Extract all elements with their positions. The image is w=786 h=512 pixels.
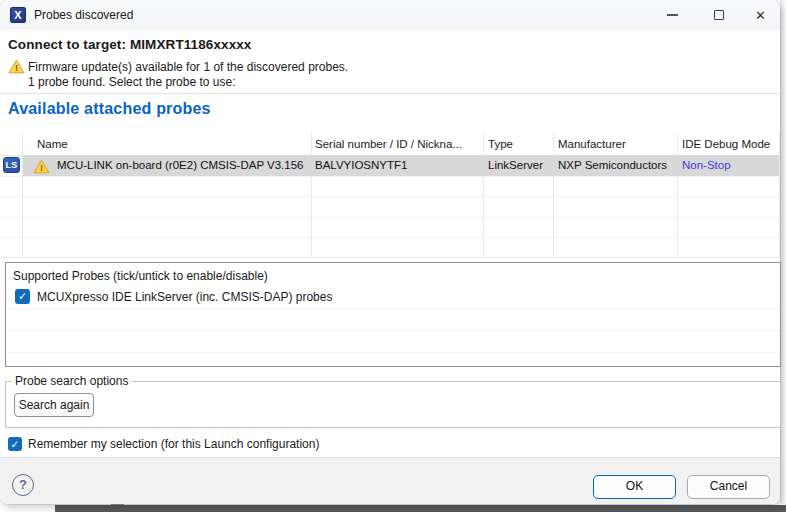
remember-selection-label: Remember my selection (for this Launch c…	[28, 437, 319, 451]
linkserver-probes-checkbox[interactable]: ✓	[15, 289, 30, 304]
probes-discovered-dialog: X Probes discovered ✕ Connect to target:…	[0, 0, 780, 504]
linkserver-probes-label: MCUXpresso IDE LinkServer (inc. CMSIS-DA…	[37, 290, 332, 304]
probes-table: Name Serial number / ID / Nickna... Type…	[0, 133, 780, 258]
search-again-button[interactable]: Search again	[14, 393, 94, 417]
background-window-edge	[55, 505, 786, 512]
probe-search-options-legend: Probe search options	[12, 374, 131, 388]
cancel-button[interactable]: Cancel	[687, 475, 770, 499]
close-icon: ✕	[755, 9, 766, 22]
probe-found-text: 1 probe found. Select the probe to use:	[28, 75, 235, 89]
maximize-button[interactable]	[699, 0, 739, 30]
probe-search-options-group: Probe search options Search again	[5, 381, 781, 428]
row-divider	[0, 217, 780, 218]
svg-text:!: !	[40, 162, 43, 173]
table-bottom-divider	[0, 257, 780, 258]
column-header-serial[interactable]: Serial number / ID / Nickna...	[315, 133, 462, 155]
firmware-warning-text: Firmware update(s) available for 1 of th…	[28, 60, 348, 74]
close-button[interactable]: ✕	[741, 0, 780, 30]
column-header-manufacturer[interactable]: Manufacturer	[558, 133, 626, 155]
remember-selection-checkbox[interactable]: ✓	[8, 437, 22, 451]
probe-name-cell: MCU-LINK on-board (r0E2) CMSIS-DAP V3.15…	[57, 155, 304, 176]
column-header-name[interactable]: Name	[37, 133, 68, 155]
supported-probes-title: Supported Probes (tick/untick to enable/…	[13, 269, 268, 283]
probe-manufacturer-cell: NXP Semiconductors	[558, 155, 667, 176]
column-header-ide-debug-mode[interactable]: IDE Debug Mode	[682, 133, 770, 155]
help-button[interactable]: ?	[12, 474, 34, 496]
probe-type-cell: LinkServer	[488, 155, 543, 176]
supported-probes-box: Supported Probes (tick/untick to enable/…	[5, 262, 781, 367]
probe-serial-cell: BALVYIOSNYTF1	[315, 155, 407, 176]
maximize-icon	[714, 10, 724, 20]
minimize-button[interactable]	[652, 0, 692, 30]
row-divider	[0, 176, 780, 177]
ok-button[interactable]: OK	[593, 475, 676, 499]
linkserver-probe-icon: LS	[3, 157, 20, 173]
row-divider	[0, 196, 780, 197]
window-title: Probes discovered	[34, 8, 133, 22]
ide-debug-mode-cell[interactable]: Non-Stop	[682, 155, 731, 176]
list-divider	[7, 330, 779, 331]
footer-bar: ? OK Cancel	[0, 457, 780, 504]
warning-icon: !	[8, 59, 25, 74]
dialog-shadow	[780, 0, 786, 504]
titlebar: X Probes discovered ✕	[0, 0, 780, 30]
list-divider	[7, 352, 779, 353]
connect-to-target-text: Connect to target: MIMXRT1186xxxxx	[8, 37, 251, 52]
list-divider	[7, 308, 779, 309]
row-divider	[0, 237, 780, 238]
mcuxpresso-app-icon: X	[10, 7, 26, 23]
minimize-icon	[667, 14, 678, 16]
screen: X Probes discovered ✕ Connect to target:…	[0, 0, 786, 512]
probe-warning-icon: !	[33, 159, 50, 174]
section-heading: Available attached probes	[8, 100, 211, 118]
svg-text:!: !	[15, 62, 18, 73]
column-header-type[interactable]: Type	[488, 133, 513, 155]
separator	[0, 93, 780, 94]
